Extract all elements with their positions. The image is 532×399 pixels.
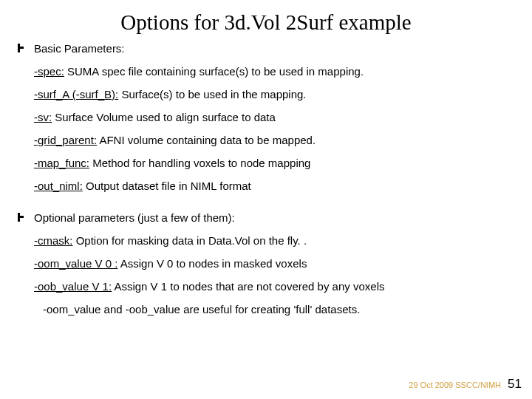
opt-desc: Option for masking data in Data.Vol on t… bbox=[73, 234, 307, 247]
section2-note: -oom_value and -oob_value are useful for… bbox=[43, 303, 517, 316]
opt-desc: Surface(s) to be used in the mapping. bbox=[118, 88, 306, 100]
param-grid-parent: -grid_parent: AFNI volume containing dat… bbox=[34, 134, 517, 146]
opt-desc: Method for handling voxels to node mappi… bbox=[89, 157, 310, 169]
param-spec: -spec: SUMA spec file containing surface… bbox=[34, 65, 517, 78]
section2-heading-row: Optional parameters (just a few of them)… bbox=[34, 211, 517, 224]
section2-heading: Optional parameters (just a few of them)… bbox=[34, 211, 235, 224]
finger-icon bbox=[16, 211, 25, 223]
section1-heading-row: Basic Parameters: bbox=[34, 42, 517, 55]
opt-label: -surf_A bbox=[34, 88, 69, 100]
opt-label: -out_niml: bbox=[34, 180, 83, 192]
opt-desc: AFNI volume containing data to be mapped… bbox=[97, 134, 316, 146]
param-surf-a: -surf_A (-surf_B): Surface(s) to be used… bbox=[34, 88, 517, 100]
footer-date: 29 Oct 2009 SSCC/NIMH bbox=[409, 381, 501, 389]
section1-heading: Basic Parameters: bbox=[34, 42, 125, 55]
opt-label: -sv: bbox=[34, 111, 52, 123]
opt-label: -map_func: bbox=[34, 157, 89, 169]
page-title: Options for 3d.Vol 2Surf example bbox=[0, 10, 532, 35]
param-cmask: -cmask: Option for masking data in Data.… bbox=[34, 234, 517, 247]
param-oob-value: -oob_value V 1: Assign V 1 to nodes that… bbox=[34, 280, 517, 293]
opt-desc: Assign V 0 to nodes in masked voxels bbox=[117, 257, 307, 270]
opt-label: -cmask: bbox=[34, 234, 73, 247]
footer: 29 Oct 2009 SSCC/NIMH 51 bbox=[409, 377, 522, 392]
param-out-niml: -out_niml: Output dataset file in NIML f… bbox=[34, 180, 517, 192]
opt-label: -spec: bbox=[34, 65, 64, 78]
param-sv: -sv: Surface Volume used to align surfac… bbox=[34, 111, 517, 123]
param-oom-value: -oom_value V 0 : Assign V 0 to nodes in … bbox=[34, 257, 517, 270]
opt-label: -oom_value V 0 : bbox=[34, 257, 117, 270]
opt-label-2: (-surf_B): bbox=[69, 88, 119, 100]
page-number: 51 bbox=[508, 377, 522, 391]
opt-desc: SUMA spec file containing surface(s) to … bbox=[64, 65, 364, 78]
param-map-func: -map_func: Method for handling voxels to… bbox=[34, 157, 517, 169]
opt-label: -oob_value V 1: bbox=[34, 280, 112, 293]
opt-desc: Output dataset file in NIML format bbox=[83, 180, 251, 192]
opt-label: -grid_parent: bbox=[34, 134, 97, 146]
opt-desc: Surface Volume used to align surface to … bbox=[52, 111, 276, 123]
finger-icon bbox=[16, 42, 25, 54]
opt-desc: Assign V 1 to nodes that are not covered… bbox=[112, 280, 384, 293]
